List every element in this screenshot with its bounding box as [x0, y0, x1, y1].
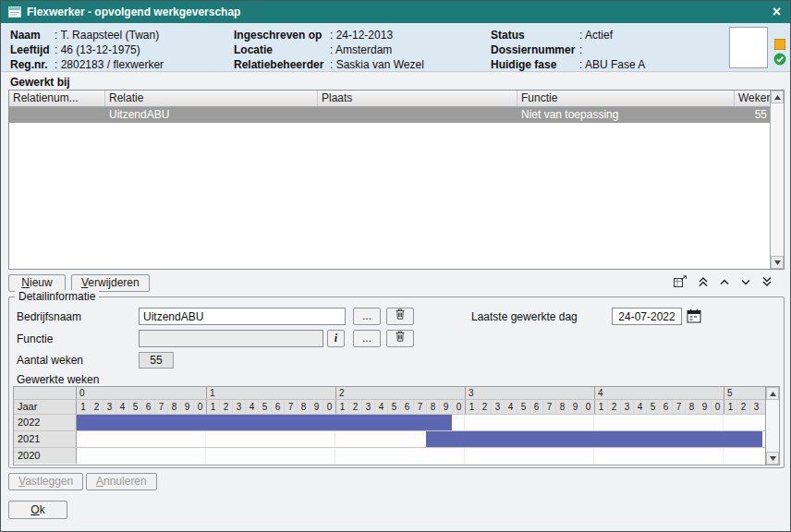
huidige-fase-value: : ABU Fase A — [579, 57, 645, 72]
week-number-label: 3 — [749, 400, 762, 414]
window-icon — [8, 6, 21, 18]
week-number-label: 1 — [724, 400, 736, 414]
functie-input[interactable] — [139, 330, 323, 347]
year-label: 2021 — [14, 431, 77, 447]
scroll-up-icon[interactable] — [771, 91, 784, 103]
week-number-label: 9 — [698, 400, 711, 414]
year-label: 2022 — [14, 415, 77, 430]
bedrijfsnaam-browse-button[interactable]: ... — [353, 308, 381, 325]
week-number-label: 0 — [711, 400, 724, 414]
week-number-label: 8 — [555, 400, 568, 414]
decade-label: 1 — [206, 387, 335, 399]
cell-relatie: UitzendABU — [105, 107, 318, 123]
status-value: : Actief — [579, 28, 613, 42]
column-header-relatienummer[interactable]: Relatienum... — [9, 91, 105, 106]
move-top-icon[interactable] — [698, 276, 709, 287]
gewerkt-bij-title: Gewerkt bij — [10, 76, 70, 89]
move-down-icon[interactable] — [740, 276, 751, 287]
timeline-year-row[interactable]: 2022 — [14, 414, 765, 430]
week-number-label: 7 — [413, 400, 426, 414]
leeftijd-label: Leeftijd — [10, 42, 55, 57]
ingeschreven-label: Ingeschreven op — [234, 28, 330, 42]
table-header-row: Relatienum... Relatie Plaats Functie Wek… — [9, 91, 770, 107]
timeline-decade-cells: 012345 — [77, 387, 765, 399]
weeks-track — [77, 448, 765, 464]
timeline-scrollbar[interactable] — [765, 387, 779, 465]
week-number-label: 2 — [219, 400, 232, 414]
week-number-label: 6 — [529, 400, 542, 414]
functie-browse-button[interactable]: ... — [353, 330, 381, 347]
week-number-label: 6 — [400, 400, 413, 414]
column-header-functie[interactable]: Functie — [517, 91, 735, 106]
laatste-gewerkte-dag-input[interactable] — [612, 308, 682, 325]
weeks-track — [77, 431, 765, 447]
timeline-digit-cells: 1234567890123456789012345678901234567890… — [77, 400, 765, 414]
week-number-label: 5 — [387, 400, 400, 414]
week-number-label: 1 — [465, 400, 478, 414]
column-header-weken[interactable]: Weken — [735, 91, 770, 106]
column-header-relatie[interactable]: Relatie — [105, 91, 318, 106]
week-number-label: 4 — [504, 400, 517, 414]
timeline-year-row[interactable]: 2021 — [14, 430, 765, 447]
window-title: Flexwerker - opvolgend werkgeverschap — [27, 6, 765, 18]
week-number-label: 8 — [426, 400, 439, 414]
year-label: 2020 — [14, 448, 77, 464]
week-number-label: 5 — [646, 400, 659, 414]
move-up-icon[interactable] — [719, 276, 730, 287]
locatie-label: Locatie — [234, 42, 330, 57]
timeline-rows: 202220212020 — [14, 414, 765, 464]
detailinformatie-group: Detailinformatie Bedrijfsnaam ... Laatst… — [8, 296, 785, 468]
functie-delete-button[interactable] — [386, 330, 414, 347]
detailinformatie-title: Detailinformatie — [15, 290, 99, 303]
timeline-year-row[interactable]: 2020 — [14, 447, 765, 464]
week-number-label: 4 — [374, 400, 387, 414]
worked-weeks-bar — [77, 415, 452, 430]
timeline-scroll-up-icon[interactable] — [766, 387, 779, 400]
decade-label: 3 — [465, 387, 594, 399]
leeftijd-value: : 46 (13-12-1975) — [55, 42, 140, 57]
functie-info-button[interactable]: i — [327, 330, 345, 347]
dossiernummer-value: : — [579, 42, 582, 57]
vastleggen-button[interactable]: Vastleggen — [8, 473, 83, 490]
naam-label: Naam — [10, 28, 55, 42]
decade-label: 2 — [335, 387, 465, 399]
timeline-scroll-down-icon[interactable] — [766, 452, 779, 465]
week-number-label: 7 — [154, 400, 167, 414]
export-window-icon[interactable] — [674, 275, 688, 287]
week-number-label: 0 — [452, 400, 465, 414]
bedrijfsnaam-delete-button[interactable] — [386, 308, 414, 325]
huidige-fase-label: Huidige fase — [491, 57, 579, 72]
week-number-label: 6 — [659, 400, 672, 414]
week-number-label: 8 — [685, 400, 698, 414]
week-number-label: 1 — [594, 400, 607, 414]
week-number-label: 1 — [206, 400, 219, 414]
week-number-label: 3 — [103, 400, 116, 414]
weeks-track — [77, 415, 765, 430]
week-number-label: 0 — [581, 400, 594, 414]
ok-button[interactable]: Ok — [8, 501, 67, 519]
bedrijfsnaam-input[interactable] — [139, 308, 346, 325]
week-number-label: 6 — [271, 400, 284, 414]
week-number-label: 8 — [167, 400, 180, 414]
table-scrollbar[interactable] — [770, 91, 784, 269]
timeline-digits-row: Jaar 12345678901234567890123456789012345… — [14, 399, 765, 414]
week-number-label: 7 — [672, 400, 685, 414]
scroll-down-icon[interactable] — [771, 256, 784, 269]
calendar-icon[interactable] — [687, 308, 701, 323]
week-number-label: 2 — [736, 400, 749, 414]
week-number-label: 9 — [439, 400, 452, 414]
annuleren-button[interactable]: Annuleren — [86, 473, 157, 490]
table-row-selected[interactable]: UitzendABU Niet van toepassing 55 — [9, 107, 770, 123]
close-icon[interactable]: × — [771, 5, 783, 19]
week-number-label: 1 — [335, 400, 348, 414]
week-number-label: 8 — [297, 400, 310, 414]
cell-plaats — [318, 107, 517, 123]
column-header-plaats[interactable]: Plaats — [318, 91, 517, 106]
functie-label: Functie — [17, 332, 53, 345]
aantal-weken-field: 55 — [139, 352, 174, 369]
week-number-label: 3 — [361, 400, 374, 414]
header-col-2: Ingeschreven op: 24-12-2013 Locatie: Ams… — [234, 28, 424, 72]
note-indicator-icon — [774, 39, 785, 50]
worked-weeks-bar — [426, 431, 762, 447]
move-bottom-icon[interactable] — [761, 276, 773, 287]
